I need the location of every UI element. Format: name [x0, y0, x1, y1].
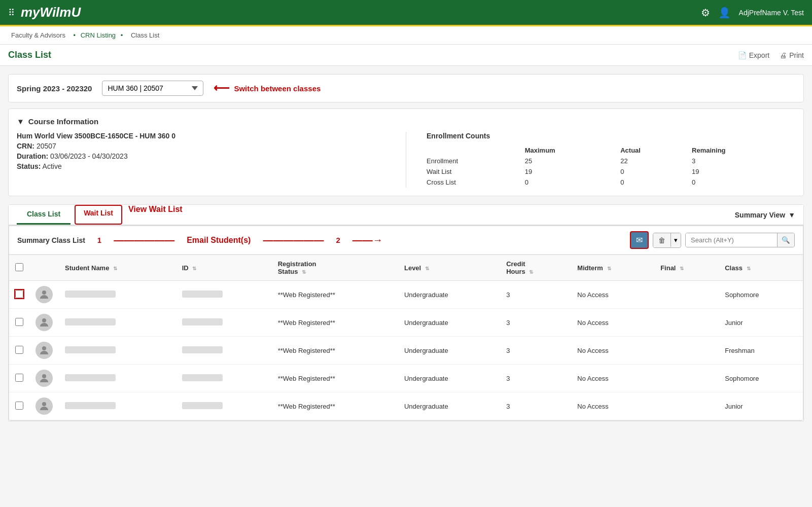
row-avatar-0 [29, 281, 59, 309]
nav-right: ⚙ 👤 AdjPrefName V. Test [701, 7, 804, 19]
header-final: Final ⇅ [654, 255, 719, 281]
course-info-toggle[interactable]: ▼ Course Information [17, 117, 795, 126]
avatar-2 [36, 342, 53, 359]
header-registration-status: RegistrationStatus ⇅ [272, 255, 398, 281]
enroll-remaining: 3 [692, 156, 795, 166]
row-final-4 [654, 392, 719, 420]
course-details: Hum World View 3500BCE-1650CE - HUM 360 … [17, 132, 385, 188]
duration-row: Duration: 03/06/2023 - 04/30/2023 [17, 152, 385, 160]
header-actions: 📄 Export 🖨 Print [738, 51, 804, 59]
row-midterm-0: No Access [571, 281, 654, 309]
enrollment-row: Enrollment 25 22 3 [427, 156, 795, 166]
row-level-0: Undergraduate [398, 281, 500, 309]
toolbar-right: ✉ 🗑 ▾ 🔍 [630, 231, 795, 249]
row-final-3 [654, 365, 719, 392]
breadcrumb-sep1: • [74, 31, 78, 39]
enroll-col-max: Maximum [525, 145, 621, 156]
table-area: Summary Class List 1 —————— Email Studen… [9, 226, 803, 421]
row-credit-hours-4: 3 [500, 392, 571, 420]
cross-max: 0 [525, 177, 621, 188]
row-checkbox-cell [9, 337, 29, 365]
row-midterm-4: No Access [571, 392, 654, 420]
print-button[interactable]: 🖨 Print [780, 51, 804, 59]
arrow-right: ——→ [352, 234, 383, 246]
view-wait-label: View Wait List [128, 205, 183, 225]
search-input[interactable] [686, 233, 777, 247]
row-level-2: Undergraduate [398, 337, 500, 365]
tabs-container: Class List Wait List View Wait List Summ… [8, 204, 804, 421]
row-class-4: Junior [719, 392, 803, 420]
row-final-2 [654, 337, 719, 365]
course-select[interactable]: HUM 360 | 20507 [102, 81, 203, 96]
summary-view-btn[interactable]: Summary View ▼ [735, 211, 795, 219]
course-name: Hum World View 3500BCE-1650CE - HUM 360 … [17, 132, 385, 140]
delete-button[interactable]: 🗑 [653, 233, 670, 247]
switch-label: ⟵ Switch between classes [214, 82, 321, 95]
header-level: Level ⇅ [398, 255, 500, 281]
wait-remaining: 19 [692, 166, 795, 177]
table-row: **Web Registered** Undergraduate 3 No Ac… [9, 365, 803, 392]
crosslist-row: Cross List 0 0 0 [427, 177, 795, 188]
collapse-icon: ▼ [17, 117, 24, 126]
avatar-3 [36, 370, 53, 387]
tab-waitlist[interactable]: Wait List [75, 205, 122, 225]
row-checkbox-cell [9, 309, 29, 337]
breadcrumb-crn[interactable]: CRN Listing [81, 31, 116, 39]
tab-classlist[interactable]: Class List [17, 205, 70, 225]
export-button[interactable]: 📄 Export [738, 51, 769, 59]
row-student-name-3 [59, 365, 176, 392]
header-avatar [29, 255, 59, 281]
enroll-col-remaining: Remaining [692, 145, 795, 156]
breadcrumb: Faculty & Advisors • CRN Listing • Class… [0, 26, 812, 45]
row-checkbox-cell [9, 365, 29, 392]
gear-icon[interactable]: ⚙ [701, 7, 710, 19]
row-credit-hours-2: 3 [500, 337, 571, 365]
summary-chevron-icon: ▼ [788, 211, 795, 219]
row-final-0 [654, 281, 719, 309]
delete-btn-group: 🗑 ▾ [653, 233, 681, 248]
grid-icon[interactable]: ⠿ [8, 7, 15, 18]
header-midterm: Midterm ⇅ [571, 255, 654, 281]
delete-dropdown[interactable]: ▾ [670, 233, 681, 247]
table-title: Summary Class List [17, 236, 85, 244]
row-id-1 [176, 309, 272, 337]
row-avatar-3 [29, 365, 59, 392]
row-id-0 [176, 281, 272, 309]
select-all-checkbox[interactable] [15, 263, 23, 271]
row-checkbox-4[interactable] [15, 402, 23, 410]
table-row: **Web Registered** Undergraduate 3 No Ac… [9, 392, 803, 420]
row-credit-hours-3: 3 [500, 365, 571, 392]
row-checkbox-2[interactable] [15, 346, 23, 354]
page-title: Class List [8, 50, 51, 60]
arrow-left-icon: ⟵ [214, 82, 230, 95]
cross-label: Cross List [427, 177, 525, 188]
email-button[interactable]: ✉ [630, 231, 649, 249]
semester-label: Spring 2023 - 202320 [17, 84, 92, 93]
tabs-bar: Class List Wait List View Wait List Summ… [9, 205, 803, 226]
enrollment-section: Enrollment Counts Maximum Actual Remaini… [427, 132, 795, 188]
search-button[interactable]: 🔍 [777, 233, 794, 247]
row-final-1 [654, 309, 719, 337]
cross-actual: 0 [620, 177, 692, 188]
user-icon[interactable]: 👤 [718, 7, 731, 19]
row-class-2: Freshman [719, 337, 803, 365]
row-checkbox-1[interactable] [15, 318, 23, 326]
row-class-1: Junior [719, 309, 803, 337]
row-midterm-3: No Access [571, 365, 654, 392]
enrollment-title: Enrollment Counts [427, 132, 795, 140]
main-content: Spring 2023 - 202320 HUM 360 | 20507 ⟵ S… [0, 66, 812, 429]
row-checkbox-3[interactable] [15, 374, 23, 382]
row-checkbox-0[interactable] [15, 290, 23, 298]
row-id-3 [176, 365, 272, 392]
svg-point-3 [42, 374, 46, 378]
row-reg-status-0: **Web Registered** [272, 281, 398, 309]
row-level-4: Undergraduate [398, 392, 500, 420]
enroll-actual: 22 [620, 156, 692, 166]
course-info-body: Hum World View 3500BCE-1650CE - HUM 360 … [17, 132, 795, 188]
enroll-col-label [427, 145, 525, 156]
row-reg-status-1: **Web Registered** [272, 309, 398, 337]
email-annotation-label: Email Student(s) [187, 236, 251, 245]
breadcrumb-faculty: Faculty & Advisors [11, 31, 65, 39]
row-level-1: Undergraduate [398, 309, 500, 337]
user-name: AdjPrefName V. Test [739, 9, 804, 17]
